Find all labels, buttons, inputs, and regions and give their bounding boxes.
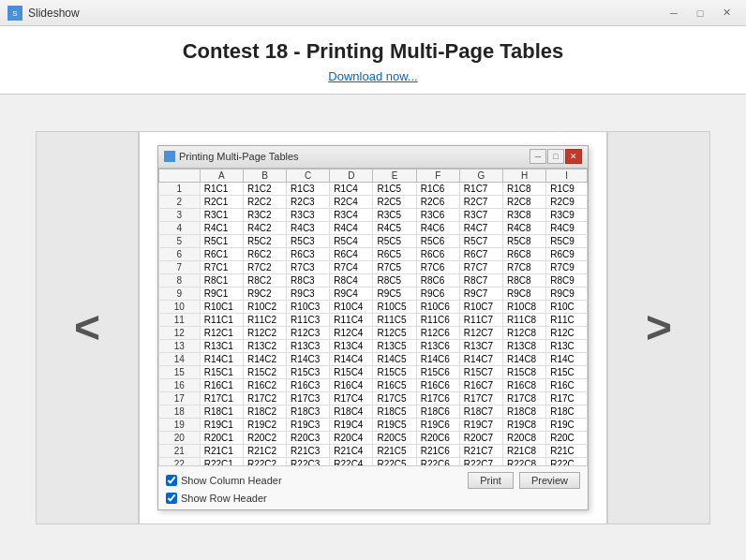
col-header-I: I [546, 169, 588, 182]
inner-close-btn[interactable]: ✕ [565, 149, 582, 164]
table-cell: R18C4 [330, 405, 373, 418]
table-cell: R3C4 [330, 208, 373, 221]
table-cell: R10C7 [459, 300, 502, 313]
table-cell: R22C7 [459, 457, 502, 465]
show-column-header-checkbox[interactable] [166, 475, 177, 486]
table-row: 18R18C1R18C2R18C3R18C4R18C5R18C6R18C7R18… [159, 405, 588, 418]
table-cell: R2C1 [200, 195, 243, 208]
table-cell: R20C8 [503, 431, 546, 444]
table-cell: R1C6 [416, 182, 459, 195]
table-cell: R14C7 [459, 352, 502, 365]
minimize-button[interactable]: ─ [662, 4, 686, 22]
row-number: 5 [159, 234, 201, 247]
table-cell: R1C9 [546, 182, 588, 195]
table-cell: R18C6 [416, 405, 459, 418]
title-bar: S Slideshow ─ □ ✕ [0, 0, 746, 26]
table-cell: R11C4 [330, 313, 373, 326]
table-cell: R7C5 [373, 260, 416, 273]
table-cell: R19C6 [416, 418, 459, 431]
table-cell: R19C8 [503, 418, 546, 431]
table-cell: R10C2 [243, 300, 286, 313]
row-number: 1 [159, 182, 201, 195]
table-cell: R14C1 [200, 352, 243, 365]
table-row: 4R4C1R4C2R4C3R4C4R4C5R4C6R4C7R4C8R4C9 [159, 221, 588, 234]
table-cell: R6C3 [287, 247, 330, 260]
table-cell: R22C2 [243, 457, 286, 465]
row-number: 3 [159, 208, 201, 221]
table-cell: R16C8 [503, 378, 546, 391]
table-cell: R8C1 [200, 273, 243, 287]
table-cell: R12C2 [243, 326, 286, 339]
table-cell: R1C1 [200, 182, 243, 195]
show-row-header-checkbox[interactable] [166, 493, 177, 504]
table-cell: R5C1 [200, 234, 243, 247]
table-cell: R16C5 [373, 378, 416, 391]
table-cell: R18C7 [459, 405, 502, 418]
table-cell: R16C3 [287, 378, 330, 391]
table-cell: R15C [546, 365, 588, 378]
table-cell: R22C6 [416, 457, 459, 465]
table-cell: R14C3 [287, 352, 330, 365]
table-cell: R4C8 [503, 221, 546, 234]
inner-maximize-btn[interactable]: □ [547, 149, 564, 164]
close-button[interactable]: ✕ [714, 4, 739, 22]
table-cell: R18C5 [373, 405, 416, 418]
table-cell: R16C2 [243, 378, 286, 391]
table-cell: R13C6 [416, 339, 459, 352]
col-header-D: D [330, 169, 373, 182]
col-header-E: E [373, 169, 416, 182]
table-cell: R11C7 [459, 313, 502, 326]
col-header-C: C [287, 169, 330, 182]
table-cell: R6C5 [373, 247, 416, 260]
table-cell: R22C8 [503, 457, 546, 465]
table-row: 5R5C1R5C2R5C3R5C4R5C5R5C6R5C7R5C8R5C9 [159, 234, 588, 247]
footer-buttons: Print Preview [468, 472, 580, 489]
table-cell: R15C4 [330, 365, 373, 378]
row-number: 8 [159, 273, 201, 287]
next-nav-panel[interactable]: > [607, 131, 710, 524]
main-content: Contest 18 - Printing Multi-Page Tables … [0, 26, 746, 560]
table-cell: R11C1 [200, 313, 243, 326]
table-cell: R2C2 [243, 195, 286, 208]
prev-nav-panel[interactable]: < [36, 131, 139, 524]
slideshow-area: < Printing Multi-Page Tables [0, 95, 746, 560]
table-cell: R2C6 [416, 195, 459, 208]
row-number: 2 [159, 195, 201, 208]
print-button[interactable]: Print [468, 472, 514, 489]
table-cell: R7C1 [200, 260, 243, 273]
table-cell: R13C3 [287, 339, 330, 352]
row-header-col [159, 169, 201, 182]
table-cell: R17C8 [503, 391, 546, 405]
table-cell: R5C8 [503, 234, 546, 247]
table-cell: R14C [546, 352, 588, 365]
table-cell: R2C5 [373, 195, 416, 208]
table-cell: R16C1 [200, 378, 243, 391]
table-cell: R14C2 [243, 352, 286, 365]
inner-title-left: Printing Multi-Page Tables [164, 151, 299, 162]
table-cell: R13C8 [503, 339, 546, 352]
row-number: 15 [159, 365, 201, 378]
table-cell: R21C4 [330, 444, 373, 457]
show-row-header-text: Show Row Header [181, 493, 267, 504]
table-wrapper: ABCDEFGHI 1R1C1R1C2R1C3R1C4R1C5R1C6R1C7R… [158, 169, 588, 465]
preview-button[interactable]: Preview [519, 472, 580, 489]
table-cell: R18C8 [503, 405, 546, 418]
table-cell: R22C3 [287, 457, 330, 465]
table-cell: R20C7 [459, 431, 502, 444]
table-cell: R11C6 [416, 313, 459, 326]
table-cell: R4C5 [373, 221, 416, 234]
table-cell: R12C [546, 326, 588, 339]
maximize-button[interactable]: □ [688, 4, 712, 22]
table-cell: R15C1 [200, 365, 243, 378]
table-cell: R6C7 [459, 247, 502, 260]
table-cell: R1C4 [330, 182, 373, 195]
table-cell: R4C7 [459, 221, 502, 234]
download-link[interactable]: Download now... [328, 69, 417, 83]
table-cell: R6C2 [243, 247, 286, 260]
inner-minimize-btn[interactable]: ─ [530, 149, 546, 164]
table-cell: R8C9 [546, 273, 588, 287]
table-cell: R8C2 [243, 273, 286, 287]
table-cell: R15C6 [416, 365, 459, 378]
row-number: 9 [159, 287, 201, 300]
table-cell: R21C [546, 444, 588, 457]
